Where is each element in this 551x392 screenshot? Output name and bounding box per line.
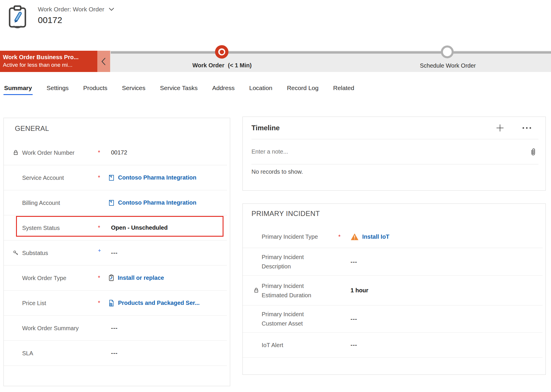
work-order-app-icon (8, 5, 27, 29)
general-section: GENERAL Work Order Number * 00172 Servic… (3, 118, 230, 386)
primary-incident-type-link[interactable]: Install IoT (362, 233, 389, 240)
recommended-marker: + (98, 248, 108, 254)
timeline-title: Timeline (251, 124, 495, 132)
bpf-stage-work-order[interactable]: Work Order (< 1 Min) (215, 45, 229, 59)
clipboard-pencil-icon (108, 274, 115, 282)
tab-location[interactable]: Location (249, 83, 273, 95)
iot-alert-value[interactable]: --- (348, 342, 357, 348)
required-marker: * (98, 300, 108, 306)
field-work-order-type: Work Order Type * Install or replace (4, 266, 227, 291)
service-account-link[interactable]: Contoso Pharma Integration (108, 174, 196, 181)
billing-account-text: Contoso Pharma Integration (118, 199, 196, 206)
field-label: Primary Incident Type (262, 232, 324, 241)
bpf-collapse-button[interactable] (97, 51, 110, 72)
work-order-type-link[interactable]: Install or replace (108, 274, 164, 282)
field-label: IoT Alert (262, 340, 324, 350)
account-icon (108, 174, 115, 181)
paperclip-icon[interactable] (529, 147, 538, 157)
stage-work-order-label[interactable]: Work Order (192, 62, 224, 69)
account-icon (108, 199, 115, 206)
field-label: Primary Incident Customer Asset (262, 310, 324, 328)
primary-incident-estimated-duration-value[interactable]: 1 hour (348, 287, 368, 294)
bpf-process-name: Work Order Business Pro... (3, 54, 96, 61)
tab-services[interactable]: Services (121, 83, 146, 95)
tab-service-tasks[interactable]: Service Tasks (159, 83, 198, 95)
field-label: Primary Incident Description (262, 252, 324, 271)
field-label: Price List (22, 299, 98, 307)
record-type-label: Work Order: Work Order (38, 6, 104, 13)
chevron-down-icon[interactable] (108, 6, 115, 13)
field-label: Substatus (22, 249, 98, 257)
required-marker: * (98, 174, 108, 181)
field-service-account: Service Account * Contoso Pharma Integra… (4, 165, 227, 190)
primary-incident-section-title: PRIMARY INCIDENT (251, 210, 545, 218)
tab-record-log[interactable]: Record Log (286, 83, 319, 95)
timeline-more-commands-button[interactable] (522, 123, 531, 133)
field-primary-incident-type: Primary Incident Type * Install IoT (243, 226, 543, 248)
record-header: Work Order: Work Order 00172 (8, 5, 115, 29)
required-marker: * (338, 233, 348, 240)
primary-incident-customer-asset-value[interactable]: --- (348, 316, 357, 322)
price-list-text: Products and Packaged Ser... (118, 300, 200, 306)
add-timeline-record-button[interactable] (495, 123, 505, 133)
price-list-link[interactable]: Products and Packaged Ser... (108, 299, 200, 307)
warning-icon (351, 233, 359, 240)
key-icon (13, 250, 22, 256)
billing-account-link[interactable]: Contoso Pharma Integration (108, 199, 196, 206)
required-marker: * (98, 224, 108, 231)
price-list-icon (108, 299, 115, 307)
field-iot-alert: IoT Alert --- (243, 333, 543, 358)
field-label: Service Account (22, 174, 98, 182)
tab-summary[interactable]: Summary (3, 83, 33, 95)
lock-icon (13, 150, 22, 156)
work-order-type-text: Install or replace (118, 275, 164, 281)
field-work-order-number: Work Order Number * 00172 (4, 140, 227, 165)
timeline-section: Timeline Enter a note... No records to s… (242, 117, 546, 191)
system-status-value[interactable]: Open - Unscheduled (108, 224, 168, 231)
field-price-list: Price List * Products and Packaged Ser..… (4, 291, 227, 316)
field-substatus: Substatus + --- (4, 240, 227, 266)
record-number: 00172 (38, 15, 115, 25)
chevron-left-icon (101, 57, 107, 66)
stage-work-order-duration: (< 1 Min) (228, 62, 252, 69)
primary-incident-description-value[interactable]: --- (348, 259, 357, 265)
service-account-text: Contoso Pharma Integration (118, 174, 196, 181)
note-placeholder: Enter a note... (251, 148, 529, 155)
field-primary-incident-description: Primary Incident Description --- (243, 248, 543, 276)
form-tabs: Summary Settings Products Services Servi… (3, 83, 355, 95)
field-label: Work Order Summary (22, 324, 98, 332)
field-label: Work Order Number (22, 149, 98, 157)
required-marker: * (98, 275, 108, 281)
work-order-summary-value[interactable]: --- (108, 325, 118, 331)
timeline-note-input[interactable]: Enter a note... (243, 139, 545, 164)
field-primary-incident-estimated-duration: Primary Incident Estimated Duration 1 ho… (243, 276, 543, 305)
primary-incident-section: PRIMARY INCIDENT Primary Incident Type *… (242, 203, 546, 375)
substatus-value[interactable]: --- (108, 249, 118, 256)
required-marker: * (98, 149, 108, 156)
general-section-title: GENERAL (15, 124, 230, 133)
field-billing-account: Billing Account Contoso Pharma Integrati… (4, 190, 227, 215)
bpf-process-status: Active for less than one mi... (3, 62, 96, 68)
stage-schedule-work-order-label[interactable]: Schedule Work Order (420, 62, 476, 69)
field-label: System Status (22, 224, 98, 232)
active-stage-marker-icon[interactable] (215, 45, 228, 59)
sla-value[interactable]: --- (108, 350, 118, 356)
work-order-number-value[interactable]: 00172 (108, 149, 127, 156)
tab-related[interactable]: Related (332, 83, 355, 95)
bpf-stage-schedule-work-order[interactable]: Schedule Work Order (441, 45, 455, 58)
field-primary-incident-customer-asset: Primary Incident Customer Asset --- (243, 305, 543, 333)
field-label: Billing Account (22, 199, 98, 207)
business-process-flow-bar: Work Order Business Pro... Active for le… (0, 51, 551, 72)
tab-products[interactable]: Products (83, 83, 108, 95)
bpf-process-block[interactable]: Work Order Business Pro... Active for le… (0, 51, 97, 72)
tab-settings[interactable]: Settings (46, 83, 69, 95)
tab-address[interactable]: Address (212, 83, 235, 95)
field-label: Work Order Type (22, 274, 98, 282)
future-stage-marker-icon[interactable] (441, 45, 454, 58)
field-system-status: System Status * Open - Unscheduled (4, 215, 227, 240)
field-sla: SLA --- (4, 341, 227, 366)
field-label: SLA (22, 349, 98, 357)
bpf-connector-line (111, 51, 551, 54)
field-work-order-summary: Work Order Summary --- (4, 316, 227, 341)
timeline-empty-message: No records to show. (243, 164, 545, 175)
